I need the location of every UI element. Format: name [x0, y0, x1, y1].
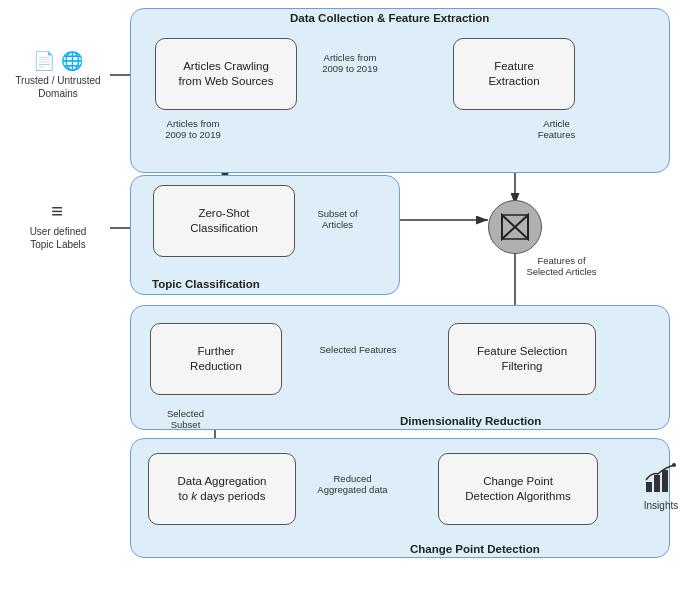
globe-icon: 🌐	[61, 51, 83, 71]
articles-2009-label-top: Articles from2009 to 2019	[305, 52, 395, 74]
list-icon: ≡	[51, 200, 65, 222]
feature-extraction-node: FeatureExtraction	[453, 38, 575, 110]
further-reduction-node: FurtherReduction	[150, 323, 282, 395]
document-icon: 📄	[33, 51, 55, 71]
data-aggregation-node: Data Aggregationto k days periods	[148, 453, 296, 525]
insights-icon-group: Insights	[640, 462, 682, 511]
selected-subset-label: SelectedSubset	[153, 408, 218, 430]
trusted-domains-icon-group: 📄 🌐 Trusted / UntrustedDomains	[8, 50, 108, 100]
svg-point-19	[672, 463, 676, 467]
section-topic-label: Topic Classification	[152, 278, 260, 290]
svg-rect-17	[654, 475, 660, 492]
zero-shot-node: Zero-ShotClassification	[153, 185, 295, 257]
selected-features-label: Selected Features	[318, 344, 398, 355]
article-features-label: ArticleFeatures	[524, 118, 589, 140]
section-dim-reduction-label: Dimensionality Reduction	[400, 415, 541, 427]
insights-chart-icon	[644, 462, 678, 496]
user-topic-label: User definedTopic Labels	[8, 225, 108, 251]
svg-rect-16	[646, 482, 652, 492]
svg-marker-12	[502, 215, 515, 239]
trusted-domains-label: Trusted / UntrustedDomains	[8, 74, 108, 100]
svg-marker-13	[515, 215, 528, 239]
bowtie-icon	[500, 213, 530, 241]
insights-label: Insights	[640, 500, 682, 511]
section-change-point-label: Change Point Detection	[410, 543, 540, 555]
articles-2009-label-left: Articles from2009 to 2019	[153, 118, 233, 140]
svg-rect-18	[662, 470, 668, 492]
articles-crawling-node: Articles Crawlingfrom Web Sources	[155, 38, 297, 110]
subset-articles-label: Subset ofArticles	[300, 208, 375, 230]
features-selected-label: Features ofSelected Articles	[524, 255, 599, 277]
feature-selection-node: Feature SelectionFiltering	[448, 323, 596, 395]
change-point-node: Change PointDetection Algorithms	[438, 453, 598, 525]
join-circle-node	[488, 200, 542, 254]
reduced-aggregated-label: ReducedAggregated data	[310, 473, 395, 495]
user-topic-icon-group: ≡ User definedTopic Labels	[8, 200, 108, 251]
section-data-collection-label: Data Collection & Feature Extraction	[290, 12, 489, 24]
diagram: Data Collection & Feature Extraction Top…	[0, 0, 685, 590]
